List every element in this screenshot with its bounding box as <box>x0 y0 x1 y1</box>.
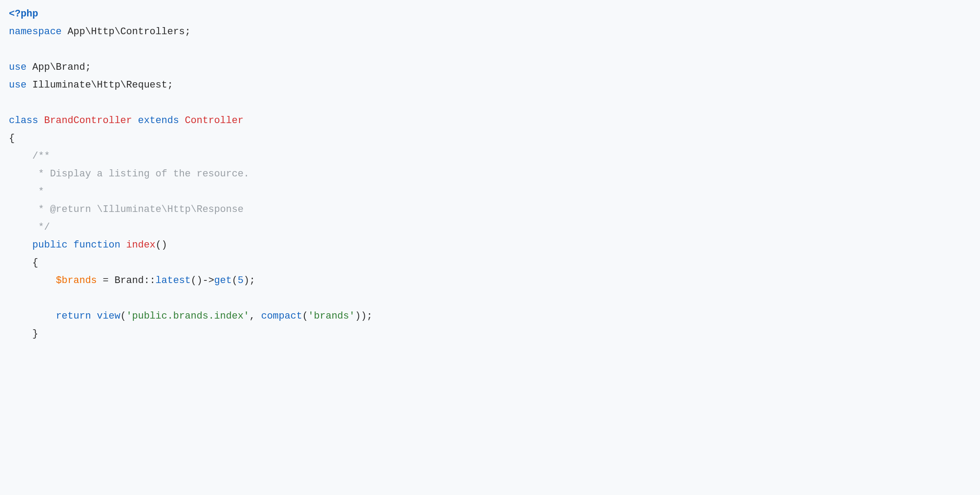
code-token: = Brand:: <box>97 275 155 286</box>
code-token: ); <box>243 275 255 286</box>
code-token <box>9 275 56 286</box>
code-token: 5 <box>238 275 243 286</box>
code-token: )); <box>355 311 373 322</box>
code-token: App\Http\Controllers; <box>62 26 191 37</box>
code-token: use <box>9 62 27 73</box>
code-token: Controller <box>185 115 243 126</box>
code-token: public <box>32 240 68 251</box>
code-token: use <box>9 80 27 91</box>
code-line: * @return \Illuminate\Http\Response <box>9 201 980 219</box>
code-token: ( <box>232 275 238 286</box>
code-line: * <box>9 183 980 201</box>
code-line: class BrandController extends Controller <box>9 112 980 130</box>
code-token: App\Brand; <box>27 62 91 73</box>
code-token <box>68 240 73 251</box>
code-line <box>9 41 980 59</box>
code-token: * <box>9 186 44 197</box>
code-line: use Illuminate\Http\Request; <box>9 76 980 94</box>
code-token <box>179 115 185 126</box>
code-line: namespace App\Http\Controllers; <box>9 23 980 41</box>
code-token: function <box>73 240 120 251</box>
code-token <box>9 328 32 339</box>
code-block: <?phpnamespace App\Http\Controllers; use… <box>0 0 980 370</box>
code-token: namespace <box>9 26 62 37</box>
code-line <box>9 94 980 112</box>
code-token: Illuminate\Http\Request; <box>27 80 173 91</box>
code-line: } <box>9 325 980 343</box>
code-token: ( <box>120 311 126 322</box>
code-token: index <box>126 240 155 251</box>
code-token <box>120 240 126 251</box>
code-token: 'brands' <box>308 311 355 322</box>
code-token: return <box>56 311 91 322</box>
code-token: , <box>249 311 261 322</box>
code-token: * Display a listing of the resource. <box>9 168 249 180</box>
code-token: BrandController <box>44 115 132 126</box>
code-token: () <box>155 240 167 251</box>
code-token: 'public.brands.index' <box>126 311 249 322</box>
code-token <box>132 115 138 126</box>
code-token <box>9 257 32 268</box>
code-line: public function index() <box>9 236 980 254</box>
code-token <box>38 115 44 126</box>
code-line: $brands = Brand::latest()->get(5); <box>9 272 980 290</box>
code-token: get <box>214 275 232 286</box>
code-token <box>9 311 56 322</box>
code-line: */ <box>9 219 980 236</box>
code-line: use App\Brand; <box>9 59 980 76</box>
code-token: <?php <box>9 8 38 20</box>
code-token: } <box>32 328 38 339</box>
code-line: { <box>9 130 980 148</box>
code-line <box>9 290 980 307</box>
code-line: /** <box>9 148 980 165</box>
code-token: class <box>9 115 38 126</box>
code-token: /** <box>9 151 50 162</box>
code-token: latest <box>155 275 191 286</box>
code-line: * Display a listing of the resource. <box>9 165 980 183</box>
code-token: extends <box>138 115 179 126</box>
code-line: <?php <box>9 5 980 23</box>
code-token: $brands <box>56 275 97 286</box>
code-token <box>9 240 32 251</box>
code-token: */ <box>9 222 50 233</box>
code-token <box>91 311 97 322</box>
code-token: compact <box>261 311 302 322</box>
code-token: view <box>97 311 120 322</box>
code-token: { <box>32 257 38 268</box>
code-line: { <box>9 254 980 272</box>
code-token: * @return \Illuminate\Http\Response <box>9 204 243 215</box>
code-token: { <box>9 133 15 144</box>
code-token: ()-> <box>191 275 214 286</box>
code-line: return view('public.brands.index', compa… <box>9 307 980 325</box>
code-token: ( <box>302 311 308 322</box>
